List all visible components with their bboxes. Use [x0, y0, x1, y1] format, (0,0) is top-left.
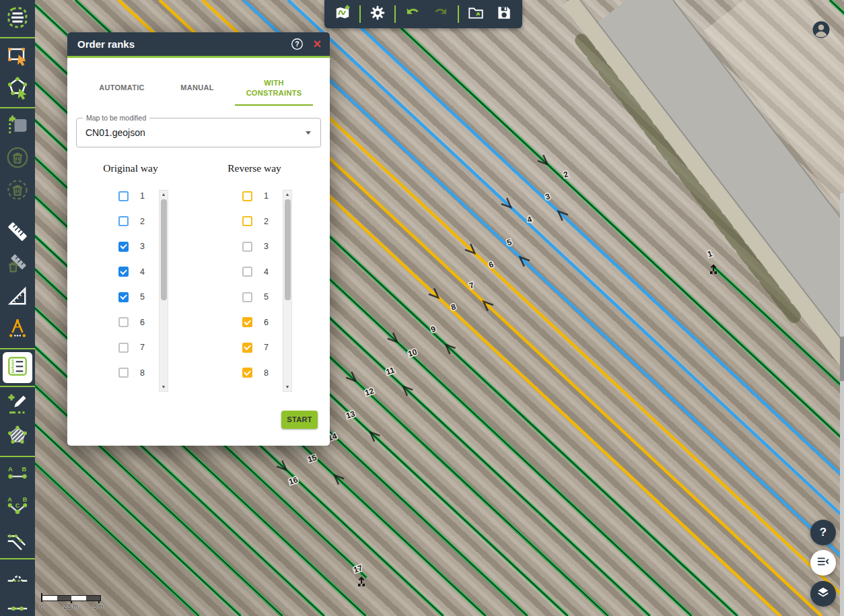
list-scrollbar[interactable]: ▲▼ [159, 190, 168, 392]
scale-label: 0 [40, 603, 44, 610]
draw-plus-icon [5, 392, 30, 419]
toolbar-divider [394, 5, 396, 23]
app-window: 1234567891011121314151617 123ABACB Order… [0, 0, 844, 616]
app-map-icon [334, 4, 351, 24]
sidebar-item-add-zone-tool[interactable] [2, 111, 33, 142]
save-button[interactable] [490, 0, 518, 28]
sidebar-item-select-rectangle-tool[interactable] [2, 41, 33, 72]
scale-bar-segments [42, 595, 101, 601]
sidebar-item-draw-line-tool[interactable] [2, 390, 33, 421]
scroll-up-icon[interactable]: ▲ [283, 191, 291, 199]
rank-checkbox-7[interactable] [118, 343, 129, 353]
poly-select-icon [5, 75, 30, 102]
rank-number: 2 [140, 217, 145, 226]
sidebar-item-delete-measure-tool[interactable] [2, 250, 33, 281]
rank-checkbox-1[interactable] [118, 191, 129, 201]
settings-button[interactable] [363, 0, 392, 28]
rank-checkbox-8[interactable] [242, 368, 252, 378]
rect-select-icon [5, 43, 30, 70]
rank-column-reverse-way: Reverse way12345678▲▼ [236, 162, 292, 386]
collapse-panel-button[interactable] [810, 550, 836, 576]
rank-checkbox-4[interactable] [242, 267, 252, 277]
ruler-icon [5, 219, 30, 246]
toolbar-divider [458, 5, 459, 23]
rank-checkbox-3[interactable] [242, 242, 252, 252]
dialog-tabs: AUTOMATICMANUALWITH CONSTRAINTS [67, 74, 330, 106]
map-select-dropdown[interactable]: Map to be modified CN01.geojson [76, 118, 321, 147]
sidebar-scrollbar[interactable] [840, 193, 844, 616]
rank-checkbox-6[interactable] [242, 317, 252, 327]
start-button[interactable]: START [281, 411, 318, 429]
rank-number: 6 [264, 318, 269, 327]
app-map-button[interactable] [328, 0, 357, 28]
rank-number: 4 [264, 267, 269, 277]
sidebar-item-order-ranks-tool[interactable]: 123 [3, 352, 32, 383]
scale-bar-labels: 02.5 m5 m [42, 603, 106, 610]
sidebar-item-acb-angle-tool[interactable]: ACB [2, 492, 33, 523]
scrollbar-thumb[interactable] [161, 199, 167, 300]
close-icon[interactable]: ✕ [313, 39, 322, 50]
set-square-icon [5, 284, 30, 311]
question-icon: ? [820, 526, 827, 539]
rank-checkbox-4[interactable] [118, 267, 129, 277]
sidebar-scrollbar-thumb[interactable] [840, 337, 844, 381]
rank-checkbox-5[interactable] [118, 292, 129, 302]
rank-number: 7 [264, 343, 269, 352]
user-avatar-icon[interactable] [811, 20, 831, 40]
column-title: Original way [102, 162, 159, 174]
sidebar-item-offset-lines-tool[interactable] [2, 524, 33, 555]
sidebar-item-delete-feature-tool[interactable] [2, 143, 33, 174]
scroll-down-icon[interactable]: ▼ [160, 383, 168, 391]
open-project-button[interactable] [462, 0, 490, 28]
rank-number: 8 [140, 368, 145, 378]
map-select-label: Map to be modified [83, 114, 149, 122]
rank-checkbox-1[interactable] [242, 191, 252, 201]
redo-button[interactable] [427, 0, 455, 28]
compass-icon [5, 316, 30, 343]
sidebar-item-delete-points-tool[interactable] [2, 176, 33, 207]
sidebar-item-compass-tool[interactable] [2, 314, 33, 345]
help-icon[interactable]: ? [291, 38, 304, 50]
rank-number: 1 [140, 191, 145, 201]
sidebar-item-ab-line-tool[interactable]: AB [2, 460, 33, 491]
tab-automatic[interactable]: AUTOMATIC [84, 79, 160, 100]
trash-circle-icon [5, 145, 30, 172]
sidebar-item-field-boundary-tool[interactable] [2, 3, 33, 34]
sidebar-item-set-square-tool[interactable] [2, 282, 33, 313]
row-end-marker-icon [358, 578, 365, 586]
sidebar-divider [0, 386, 35, 387]
rank-checkbox-2[interactable] [242, 216, 252, 226]
scrollbar-thumb[interactable] [285, 199, 291, 300]
tab-manual[interactable]: MANUAL [160, 79, 235, 100]
rank-checkbox-3[interactable] [118, 242, 129, 252]
help-button[interactable]: ? [810, 520, 836, 545]
list-scrollbar[interactable]: ▲▼ [283, 190, 292, 392]
field-icon [5, 5, 30, 32]
scale-label: 2.5 m [63, 603, 77, 610]
rank-checkbox-2[interactable] [118, 216, 129, 226]
rank-checkbox-7[interactable] [242, 343, 252, 353]
layers-button[interactable] [810, 581, 836, 607]
rank-checkbox-6[interactable] [118, 317, 129, 327]
scroll-down-icon[interactable]: ▼ [283, 383, 291, 391]
rank-checkbox-5[interactable] [242, 292, 252, 302]
sidebar-item-hatch-zone-tool[interactable] [2, 422, 33, 453]
dialog-title: Order ranks [77, 38, 135, 50]
undo-button[interactable] [398, 0, 427, 28]
sidebar-item-measure-ruler-tool[interactable] [2, 217, 33, 248]
rank-checkbox-8[interactable] [118, 368, 129, 378]
tab-with-constraints[interactable]: WITH CONSTRAINTS [235, 74, 313, 106]
order-ranks-dialog: Order ranks ? ✕ AUTOMATICMANUALWITH CONS… [67, 32, 330, 446]
sidebar-item-dots-line-tool[interactable] [2, 594, 33, 616]
svg-text:?: ? [295, 40, 299, 48]
line-rank-label: 16 [287, 475, 299, 487]
rank-columns: Original way12345678▲▼Reverse way1234567… [71, 162, 333, 386]
sidebar-item-select-polygon-tool[interactable] [2, 73, 33, 104]
offset-lines-icon [5, 526, 30, 553]
map-select-value: CN01.geojson [77, 118, 320, 147]
sidebar-divider [0, 558, 35, 559]
scroll-up-icon[interactable]: ▲ [160, 191, 168, 199]
svg-text:A: A [8, 466, 13, 473]
svg-text:C: C [15, 502, 20, 509]
sidebar-item-arc-tool[interactable] [2, 562, 33, 593]
